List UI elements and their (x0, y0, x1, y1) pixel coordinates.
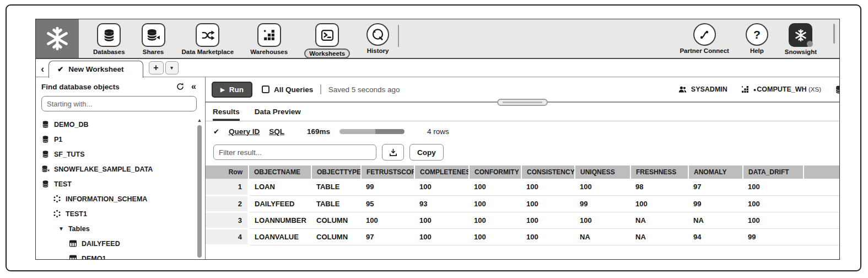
tab-results[interactable]: Results (213, 103, 240, 121)
cell-data-drift: 100 (743, 195, 804, 212)
table-header-row: Row OBJECTNAME OBJECTTYPE FETRUSTSCORE C… (206, 165, 839, 179)
collapse-sidebar-icon[interactable]: « (191, 82, 196, 91)
cell-freshness: NA (630, 212, 688, 228)
run-button[interactable]: ▶ Run (212, 82, 252, 98)
results-table: Row OBJECTNAME OBJECTTYPE FETRUSTSCORE C… (206, 165, 839, 246)
scroll-up-icon[interactable]: ▲ (197, 117, 202, 123)
column-header-uniqness[interactable]: UNIQNESS (575, 165, 630, 179)
cell-objectname: LOANNUMBER (249, 212, 311, 228)
column-header-data-drift[interactable]: DATA_DRIFT (743, 165, 804, 179)
nav-label-databases: Databases (93, 49, 125, 55)
status-dot: ● (753, 87, 756, 93)
download-button[interactable] (382, 144, 404, 161)
cell-completeness: 100 (414, 212, 469, 228)
warehouse-icon (257, 23, 281, 47)
nav-data-marketplace[interactable]: Data Marketplace (182, 23, 234, 55)
cell-consistency: 100 (521, 179, 575, 195)
tree-item-test1[interactable]: TEST1 (41, 206, 205, 221)
tree-item-p1[interactable]: P1 (41, 132, 205, 147)
snowflake-logo[interactable] (36, 19, 79, 58)
column-header-row[interactable]: Row (206, 165, 249, 179)
nav-history[interactable]: History (366, 23, 389, 54)
column-header-consistency[interactable]: CONSISTENCY (521, 165, 575, 179)
copy-button[interactable]: Copy (409, 144, 444, 161)
tree-item-label: DAILYFEED (82, 240, 120, 248)
find-objects-input[interactable] (41, 96, 197, 111)
table-row[interactable]: 2 DAILYFEED TABLE 95 93 100 100 99 100 9… (206, 195, 839, 212)
cell-completeness: 100 (414, 179, 469, 195)
row-number: 4 (206, 228, 249, 245)
cell-conformity: 100 (469, 212, 521, 228)
tree-item-snowflake-sample-data[interactable]: SNOWFLAKE_SAMPLE_DATA (41, 162, 205, 177)
editor-toolbar: ▶ Run All Queries Saved 5 seconds ago SY… (206, 77, 839, 103)
cell-fetrustscore: 100 (361, 212, 414, 228)
question-icon: ? (746, 23, 768, 46)
cell-uniqness: 100 (575, 179, 630, 195)
cell-fetrustscore: 97 (361, 228, 414, 245)
tree-item-sf-tuts[interactable]: SF_TUTS (41, 147, 205, 162)
cell-filler (804, 179, 839, 195)
nav-partner-connect[interactable]: Partner Connect (680, 23, 729, 54)
table-icon (69, 254, 77, 259)
cell-anomaly: 94 (688, 228, 743, 245)
nav-snowsight[interactable]: Snowsight (785, 23, 817, 55)
tree-item-tables-folder[interactable]: ▼ Tables (41, 221, 205, 236)
tree-item-demo-db[interactable]: DEMO_DB (41, 117, 205, 132)
scrollbar-thumb[interactable] (197, 125, 202, 258)
filter-result-input[interactable] (213, 145, 376, 160)
table-row[interactable]: 4 LOANVALUE COLUMN 97 100 100 100 NA NA … (206, 228, 839, 245)
column-header-objectname[interactable]: OBJECTNAME (249, 165, 311, 179)
nav-warehouses[interactable]: Warehouses (250, 23, 288, 55)
pane-resize-handle[interactable] (497, 99, 548, 106)
sidebar-header: Find database objects « (41, 82, 205, 91)
nav-label-help: Help (750, 47, 764, 54)
cell-filler (804, 195, 839, 212)
cell-fetrustscore: 99 (361, 179, 414, 195)
row-number: 3 (206, 212, 249, 228)
top-toolbar: Databases Shares Data Marketplace Wareho… (36, 19, 839, 59)
column-header-fetrustscore[interactable]: FETRUSTSCORE (361, 165, 414, 179)
query-status-bar: ✔ Query ID SQL 169ms 4 rows (206, 121, 839, 141)
worksheet-tab[interactable]: ✔ New Worksheet (48, 61, 143, 78)
column-header-conformity[interactable]: CONFORMITY (469, 165, 521, 179)
cell-conformity: 100 (469, 195, 521, 212)
notification-dot (807, 41, 813, 47)
worksheet-menu-button[interactable]: ▾ (165, 61, 179, 74)
workspace-body: Find database objects « DEMO_DB P1 (36, 77, 839, 259)
column-header-freshness[interactable]: FRESHNESS (630, 165, 688, 179)
database-icon[interactable] (834, 85, 839, 94)
tree-item-label: Tables (68, 225, 90, 233)
new-worksheet-button[interactable]: + (149, 61, 164, 74)
tab-data-preview[interactable]: Data Preview (255, 103, 301, 121)
all-queries-checkbox[interactable] (262, 85, 269, 93)
nav-label-snowsight: Snowsight (785, 49, 817, 55)
shared-database-icon (41, 165, 50, 173)
cell-consistency: 100 (521, 195, 575, 212)
query-duration: 169ms (307, 127, 330, 136)
tree-item-test[interactable]: TEST (41, 177, 205, 191)
nav-label-shares: Shares (143, 49, 164, 55)
sql-link[interactable]: SQL (269, 127, 284, 136)
sidebar-scrollbar[interactable]: ▲ (197, 117, 202, 258)
tree-item-label: SF_TUTS (54, 151, 85, 158)
column-header-anomaly[interactable]: ANOMALY (688, 165, 743, 179)
tree-item-information-schema[interactable]: INFORMATION_SCHEMA (41, 191, 205, 206)
snowflake-app-window: Databases Shares Data Marketplace Wareho… (35, 19, 840, 260)
cell-objecttype: COLUMN (311, 228, 361, 245)
warehouse-selector[interactable]: ●COMPUTE_WH (XS) (753, 85, 821, 93)
query-id-link[interactable]: Query ID (229, 127, 260, 136)
column-header-completeness[interactable]: COMPLETENESS (414, 165, 469, 179)
column-header-objecttype[interactable]: OBJECTTYPE (311, 165, 361, 179)
nav-databases[interactable]: Databases (93, 23, 125, 55)
nav-shares[interactable]: Shares (142, 23, 165, 55)
table-row[interactable]: 1 LOAN TABLE 99 100 100 100 100 98 97 10… (206, 179, 839, 195)
tab-scroll-left-icon[interactable]: ‹ (41, 63, 44, 74)
cell-objecttype: COLUMN (311, 212, 361, 228)
tree-item-demo1[interactable]: DEMO1 (41, 251, 205, 259)
nav-worksheets[interactable]: Worksheets (304, 23, 350, 58)
nav-help[interactable]: ? Help (746, 23, 768, 54)
table-row[interactable]: 3 LOANNUMBER COLUMN 100 100 100 100 100 … (206, 212, 839, 228)
refresh-icon[interactable] (176, 82, 185, 91)
role-selector[interactable]: SYSADMIN (691, 85, 727, 93)
tree-item-dailyfeed[interactable]: DAILYFEED (41, 236, 205, 251)
